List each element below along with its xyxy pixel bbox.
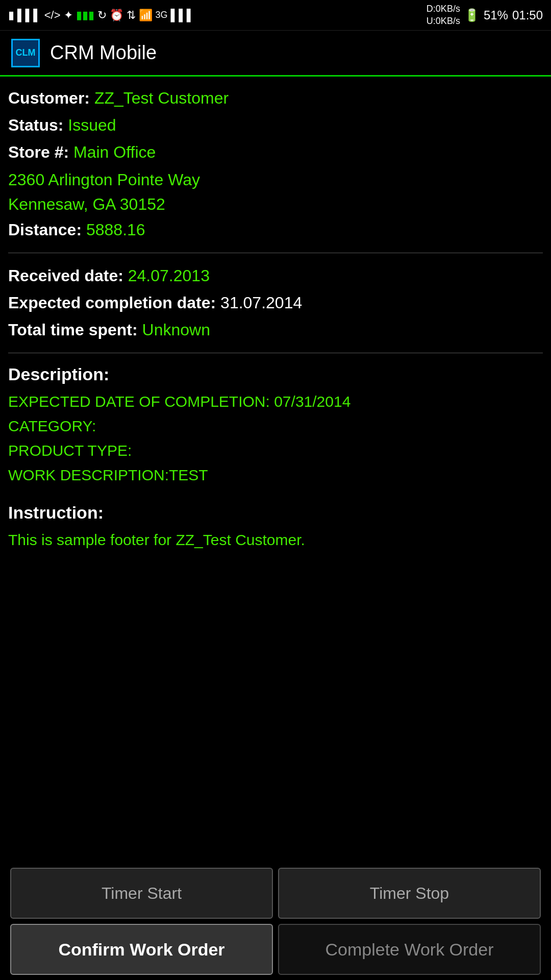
- description-line2: CATEGORY:: [8, 414, 543, 438]
- timer-button-row: Timer Start Timer Stop: [10, 868, 541, 919]
- store-label: Store #:: [8, 143, 69, 161]
- main-content: Customer: ZZ_Test Customer Status: Issue…: [0, 77, 551, 695]
- app-logo: CLM: [10, 38, 41, 68]
- battery-green-icon: ▮▮▮: [76, 9, 94, 22]
- time-spent-label: Total time spent:: [8, 321, 138, 339]
- received-value: 24.07.2013: [128, 266, 210, 285]
- distance-value: 5888.16: [86, 220, 145, 239]
- action-button-row: Confirm Work Order Complete Work Order: [10, 924, 541, 975]
- battery-percent: 51%: [484, 8, 508, 22]
- store-line: Store #: Main Office: [8, 141, 543, 164]
- distance-line: Distance: 5888.16: [8, 218, 543, 241]
- alarm-icon: ⏰: [110, 9, 123, 22]
- customer-value: ZZ_Test Customer: [94, 89, 229, 107]
- customer-label: Customer:: [8, 89, 90, 107]
- wifi-icon: 📶: [139, 9, 153, 22]
- description-line3: PRODUCT TYPE:: [8, 438, 543, 463]
- app-title: CRM Mobile: [50, 42, 157, 64]
- instruction-title: Instruction:: [8, 503, 543, 523]
- battery-icon: 🔋: [464, 8, 480, 22]
- refresh-icon: ⇅: [127, 9, 136, 22]
- signal-icon: ▮: [8, 9, 14, 22]
- expected-label: Expected completion date:: [8, 293, 216, 312]
- status-value: Issued: [68, 116, 116, 134]
- app-header: CLM CRM Mobile: [0, 31, 551, 77]
- status-line: Status: Issued: [8, 114, 543, 137]
- description-line1: EXPECTED DATE OF COMPLETION: 07/31/2014: [8, 389, 543, 414]
- status-right: D:0KB/s U:0KB/s 🔋 51% 01:50: [427, 3, 543, 27]
- instruction-text: This is sample footer for ZZ_Test Custom…: [8, 528, 543, 552]
- confirm-work-order-button[interactable]: Confirm Work Order: [10, 924, 273, 975]
- upload-speed: U:0KB/s: [427, 15, 460, 27]
- expected-value: 31.07.2014: [220, 293, 302, 312]
- timer-start-button[interactable]: Timer Start: [10, 868, 273, 919]
- received-label: Received date:: [8, 266, 123, 285]
- time-spent-line: Total time spent: Unknown: [8, 318, 543, 341]
- logo-text: CLM: [16, 47, 36, 58]
- network-3g-icon: 3G: [156, 10, 168, 20]
- status-icons-left: ▮ ▌▌▌ </> ✦ ▮▮▮ ↻ ⏰ ⇅ 📶 3G ▌▌▌: [8, 9, 194, 22]
- distance-label: Distance:: [8, 220, 82, 239]
- description-title: Description:: [8, 364, 543, 384]
- address-line1: 2360 Arlington Pointe Way: [8, 167, 543, 192]
- complete-work-order-button[interactable]: Complete Work Order: [278, 924, 541, 975]
- address-line2: Kennesaw, GA 30152: [8, 192, 543, 216]
- received-line: Received date: 24.07.2013: [8, 264, 543, 287]
- signal2-icon: ▌▌▌: [171, 9, 195, 22]
- logo-box: CLM: [11, 39, 40, 67]
- code-icon: </>: [44, 9, 61, 22]
- store-value: Main Office: [73, 143, 156, 161]
- customer-line: Customer: ZZ_Test Customer: [8, 87, 543, 110]
- instruction-block: Instruction: This is sample footer for Z…: [8, 503, 543, 552]
- divider-1: [8, 253, 543, 253]
- time-spent-value: Unknown: [142, 321, 210, 339]
- network-info: D:0KB/s U:0KB/s: [427, 3, 460, 27]
- bottom-buttons: Timer Start Timer Stop Confirm Work Orde…: [0, 857, 551, 980]
- description-line4: WORK DESCRIPTION:TEST: [8, 463, 543, 487]
- expected-line: Expected completion date: 31.07.2014: [8, 291, 543, 314]
- sync-icon: ↻: [97, 9, 107, 22]
- time-display: 01:50: [512, 8, 543, 22]
- description-block: Description: EXPECTED DATE OF COMPLETION…: [8, 364, 543, 487]
- divider-2: [8, 353, 543, 353]
- download-speed: D:0KB/s: [427, 3, 460, 15]
- status-bar: ▮ ▌▌▌ </> ✦ ▮▮▮ ↻ ⏰ ⇅ 📶 3G ▌▌▌ D:0KB/s U…: [0, 0, 551, 31]
- timer-stop-button[interactable]: Timer Stop: [278, 868, 541, 919]
- bars-icon: ▌▌▌: [17, 9, 41, 22]
- status-label: Status:: [8, 116, 63, 134]
- address-block: 2360 Arlington Pointe Way Kennesaw, GA 3…: [8, 167, 543, 216]
- usb-icon: ✦: [64, 9, 73, 22]
